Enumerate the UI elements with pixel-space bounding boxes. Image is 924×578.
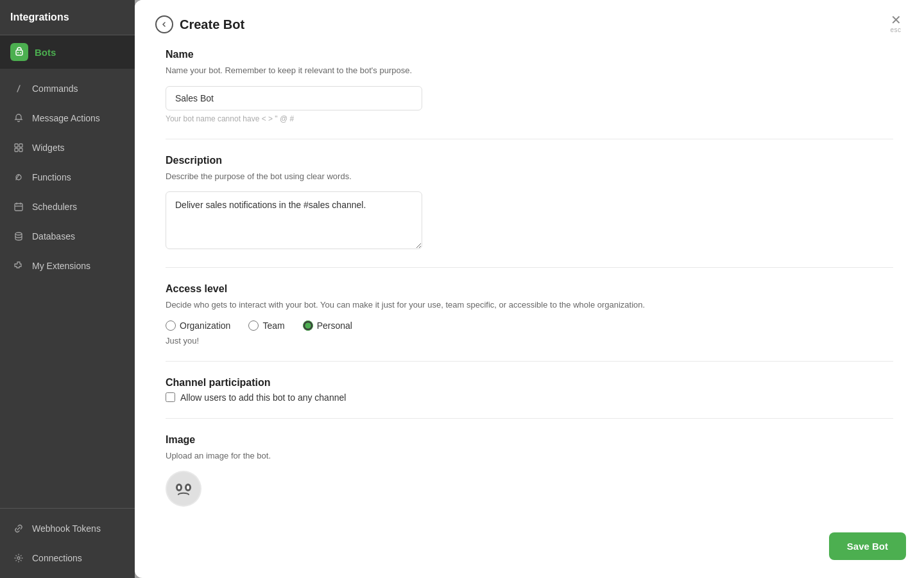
panel-title: Create Bot	[180, 17, 903, 32]
svg-point-15	[187, 486, 189, 489]
radio-organization-input[interactable]	[166, 320, 176, 331]
description-section: Description Describe the purpose of the …	[166, 155, 893, 252]
image-section: Image Upload an image for the bot.	[166, 434, 893, 507]
sidebar-header: Integrations	[0, 0, 135, 35]
name-section: Name Name your bot. Remember to keep it …	[166, 49, 893, 123]
sidebar: Integrations Bots Commands	[0, 0, 135, 578]
channel-participation-label-text: Allow users to add this bot to any chann…	[180, 392, 346, 403]
sidebar-item-commands[interactable]: Commands	[0, 74, 135, 103]
widgets-label: Widgets	[32, 143, 65, 153]
bots-icon	[10, 43, 28, 61]
svg-point-14	[178, 486, 180, 489]
channel-participation-checkbox[interactable]	[166, 392, 175, 402]
bot-avatar[interactable]	[166, 471, 201, 507]
sidebar-item-webhook-tokens[interactable]: Webhook Tokens	[0, 514, 135, 543]
divider-4	[166, 418, 893, 419]
bots-label: Bots	[35, 47, 56, 58]
sidebar-nav: Commands Message Actions Wid	[0, 69, 135, 508]
svg-rect-6	[19, 148, 22, 152]
sidebar-item-bots[interactable]: Bots	[0, 35, 135, 69]
svg-point-1	[17, 52, 19, 53]
name-section-title: Name	[166, 49, 893, 60]
radio-personal-label: Personal	[317, 320, 352, 331]
slash-icon	[13, 83, 24, 94]
close-x-icon: ✕	[891, 13, 902, 26]
schedulers-label: Schedulers	[32, 202, 77, 212]
description-section-desc: Describe the purpose of the bot using cl…	[166, 170, 893, 183]
name-hint: Your bot name cannot have < > " @ #	[166, 114, 893, 123]
svg-point-11	[167, 472, 200, 505]
close-button[interactable]: ✕ esc	[886, 13, 906, 33]
sidebar-item-message-actions[interactable]: Message Actions	[0, 103, 135, 133]
access-level-section: Access level Decide who gets to interact…	[166, 283, 893, 346]
image-section-desc: Upload an image for the bot.	[166, 450, 893, 462]
bot-name-input[interactable]	[166, 86, 422, 110]
svg-rect-3	[15, 144, 18, 147]
main-area: Create Bot ✕ esc Name Name your bot. Rem…	[135, 0, 924, 578]
save-bot-button[interactable]: Save Bot	[829, 532, 906, 560]
radio-team-input[interactable]	[248, 320, 259, 331]
radio-team-label: Team	[262, 320, 284, 331]
svg-rect-4	[19, 144, 22, 147]
create-bot-panel: Create Bot ✕ esc Name Name your bot. Rem…	[135, 0, 924, 578]
divider-3	[166, 361, 893, 362]
puzzle-icon	[13, 260, 24, 272]
image-section-title: Image	[166, 434, 893, 446]
svg-rect-0	[16, 50, 22, 55]
sidebar-item-widgets[interactable]: Widgets	[0, 133, 135, 162]
link-icon	[13, 523, 24, 534]
radio-personal-input[interactable]	[303, 320, 313, 331]
settings-icon	[13, 552, 24, 564]
svg-point-9	[15, 232, 22, 235]
access-level-desc: Decide who gets to interact with your bo…	[166, 299, 893, 311]
radio-organization[interactable]: Organization	[166, 320, 230, 331]
name-section-desc: Name your bot. Remember to keep it relev…	[166, 64, 893, 77]
access-level-radio-group: Organization Team Personal	[166, 320, 893, 331]
sidebar-bottom: Webhook Tokens Connections	[0, 508, 135, 578]
radio-team[interactable]: Team	[248, 320, 284, 331]
divider-1	[166, 139, 893, 139]
function-icon	[13, 171, 24, 183]
radio-personal[interactable]: Personal	[303, 320, 352, 331]
svg-point-2	[20, 52, 21, 53]
sidebar-item-schedulers[interactable]: Schedulers	[0, 192, 135, 222]
channel-participation-checkbox-label[interactable]: Allow users to add this bot to any chann…	[166, 392, 893, 403]
my-extensions-label: My Extensions	[32, 261, 90, 271]
bell-icon	[13, 112, 24, 124]
grid-icon	[13, 142, 24, 153]
message-actions-label: Message Actions	[32, 113, 100, 123]
access-level-hint: Just you!	[166, 336, 893, 346]
close-esc-label: esc	[890, 26, 901, 33]
divider-2	[166, 267, 893, 268]
panel-header: Create Bot ✕ esc	[135, 0, 924, 44]
channel-participation-title: Channel participation	[166, 377, 893, 389]
overlay: Create Bot ✕ esc Name Name your bot. Rem…	[135, 0, 924, 578]
databases-label: Databases	[32, 231, 75, 241]
svg-rect-8	[15, 204, 22, 211]
sidebar-item-databases[interactable]: Databases	[0, 222, 135, 251]
database-icon	[13, 231, 24, 242]
radio-organization-label: Organization	[180, 320, 230, 331]
commands-label: Commands	[32, 83, 78, 94]
sidebar-item-functions[interactable]: Functions	[0, 162, 135, 192]
channel-participation-section: Channel participation Allow users to add…	[166, 377, 893, 403]
sidebar-item-my-extensions[interactable]: My Extensions	[0, 251, 135, 281]
calendar-icon	[13, 201, 24, 213]
svg-rect-5	[15, 148, 18, 152]
sidebar-item-connections[interactable]: Connections	[0, 543, 135, 573]
connections-label: Connections	[32, 553, 82, 563]
bot-description-input[interactable]: Deliver sales notifications in the #sale…	[166, 191, 422, 249]
description-section-title: Description	[166, 155, 893, 166]
functions-label: Functions	[32, 172, 71, 182]
access-level-title: Access level	[166, 283, 893, 295]
back-button[interactable]	[155, 15, 173, 33]
panel-content: Name Name your bot. Remember to keep it …	[135, 44, 924, 558]
webhook-tokens-label: Webhook Tokens	[32, 523, 101, 534]
svg-point-10	[17, 557, 20, 559]
